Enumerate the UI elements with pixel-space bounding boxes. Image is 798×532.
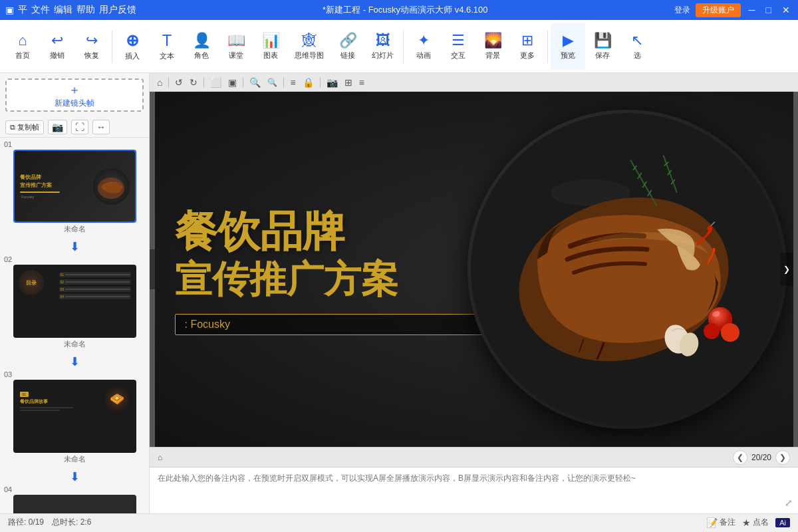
tool-text[interactable]: T 文本 bbox=[150, 23, 184, 70]
new-frame-button[interactable]: ＋ 新建镜头帧 bbox=[5, 78, 144, 112]
status-bar: 路径: 0/19 总时长: 2:6 📝 备注 ★ 点名 Ai bbox=[0, 513, 798, 531]
tool-role[interactable]: 👤 角色 bbox=[184, 23, 219, 70]
tool-interact[interactable]: ☰ 交互 bbox=[441, 23, 475, 70]
canvas-sep-1 bbox=[168, 77, 169, 88]
slide-connector-3: ⬇ bbox=[3, 469, 146, 484]
tool-animation[interactable]: ✦ 动画 bbox=[406, 23, 441, 70]
canvas-zoom-out-icon[interactable]: 🔍 bbox=[265, 76, 279, 88]
camera-button[interactable]: 📷 bbox=[48, 120, 67, 134]
ai-badge[interactable]: Ai bbox=[775, 518, 790, 527]
tool-class[interactable]: 📖 课堂 bbox=[219, 23, 253, 70]
slide-thumb-1[interactable]: 餐饮品牌宣传推广方案 : Focusky bbox=[13, 150, 136, 223]
canvas-bottom: ⌂ ❮ 20/20 ❯ bbox=[150, 447, 798, 467]
tool-bg[interactable]: 🌄 背景 bbox=[475, 23, 510, 70]
tool-save[interactable]: 💾 保存 bbox=[585, 23, 620, 70]
notes-button[interactable]: 📝 备注 bbox=[706, 517, 735, 528]
path-info: 路径: 0/19 bbox=[8, 517, 44, 528]
canvas-more-icon[interactable]: ≡ bbox=[357, 76, 366, 89]
close-button[interactable]: ✕ bbox=[779, 5, 793, 15]
interact-label: 交互 bbox=[451, 51, 466, 61]
tool-redo[interactable]: ↪ 恢复 bbox=[74, 23, 109, 70]
tool-chart[interactable]: 📊 图表 bbox=[253, 23, 288, 70]
points-button[interactable]: ★ 点名 bbox=[742, 517, 769, 528]
mindmap-label: 思维导图 bbox=[295, 51, 324, 61]
slide-connector-2: ⬇ bbox=[3, 354, 146, 369]
slide-thumb-4[interactable] bbox=[13, 495, 136, 513]
menu-ping[interactable]: 平 bbox=[18, 4, 27, 16]
menu-help[interactable]: 帮助 bbox=[76, 4, 95, 16]
canvas-sep-5 bbox=[320, 77, 321, 88]
home-icon: ⌂ bbox=[18, 32, 27, 49]
canvas-lock-icon[interactable]: 🔒 bbox=[301, 76, 316, 89]
canvas-rotate-right-icon[interactable]: ↻ bbox=[188, 76, 200, 89]
notes-icon: 📝 bbox=[706, 517, 718, 528]
menu-file[interactable]: 文件 bbox=[31, 4, 50, 16]
tool-mindmap[interactable]: 🕸 思维导图 bbox=[288, 23, 331, 70]
slide-thumb-2[interactable]: 目录 01 02 bbox=[13, 265, 136, 338]
canvas-grid-icon[interactable]: ⊞ bbox=[342, 76, 354, 89]
animation-icon: ✦ bbox=[418, 32, 430, 49]
menu-feedback[interactable]: 用户反馈 bbox=[99, 4, 136, 16]
redo-icon: ↪ bbox=[86, 32, 98, 49]
fullscreen-button[interactable]: ⛶ bbox=[71, 120, 88, 134]
home-label: 首页 bbox=[15, 51, 30, 61]
next-page-button[interactable]: ❯ bbox=[775, 450, 790, 465]
canvas-frame-icon[interactable]: ⬜ bbox=[208, 76, 223, 89]
save-label: 保存 bbox=[595, 51, 610, 61]
class-icon: 📖 bbox=[227, 32, 245, 49]
slide-main-title: 餐饮品牌 bbox=[175, 203, 493, 256]
more-icon: ⊞ bbox=[521, 32, 533, 49]
prev-page-button[interactable]: ❮ bbox=[733, 450, 747, 465]
text-label: 文本 bbox=[160, 51, 174, 61]
canvas-main[interactable]: ❮ 餐饮品牌 宣传推广方案 : Focusky bbox=[150, 92, 798, 447]
slide-right-handle[interactable]: ❯ bbox=[780, 253, 793, 286]
page-number: 20/20 bbox=[751, 453, 771, 462]
new-frame-label: 新建镜头帧 bbox=[55, 98, 94, 109]
tool-undo[interactable]: ↩ 撤销 bbox=[40, 23, 74, 70]
tool-link[interactable]: 🔗 链接 bbox=[331, 23, 365, 70]
tool-home[interactable]: ⌂ 首页 bbox=[5, 23, 40, 70]
maximize-button[interactable]: □ bbox=[763, 5, 774, 15]
svg-point-21 bbox=[704, 323, 720, 339]
role-icon: 👤 bbox=[193, 32, 211, 49]
slide-text-overlay: 餐饮品牌 宣传推广方案 : Focusky bbox=[155, 92, 506, 447]
slide-name-3: 未命名 bbox=[3, 454, 146, 464]
tool-slide[interactable]: 🖼 幻灯片 bbox=[365, 23, 400, 70]
toolbar-separator-2 bbox=[403, 30, 404, 63]
canvas-zoom-in-icon[interactable]: 🔍 bbox=[247, 76, 263, 89]
menu-edit[interactable]: 编辑 bbox=[54, 4, 72, 16]
tool-insert[interactable]: ⊕ 插入 bbox=[115, 23, 150, 70]
points-btn-label: 点名 bbox=[753, 517, 769, 528]
fit-button[interactable]: ↔ bbox=[92, 120, 110, 134]
canvas-home-icon[interactable]: ⌂ bbox=[155, 76, 164, 89]
tool-more[interactable]: ⊞ 更多 bbox=[510, 23, 545, 70]
connector-arrow-1: ⬇ bbox=[70, 239, 80, 254]
tool-preview[interactable]: ▶ 预览 bbox=[551, 23, 585, 70]
brand-text: : Focusky bbox=[185, 319, 230, 330]
canvas-area: ⌂ ↺ ↻ ⬜ ▣ 🔍 🔍 ≡ 🔒 📷 ⊞ ≡ ❮ bbox=[150, 73, 798, 513]
canvas-align-icon[interactable]: ≡ bbox=[288, 76, 297, 89]
steak-svg bbox=[471, 113, 783, 426]
tool-select[interactable]: ↖ 选 bbox=[620, 23, 654, 70]
upgrade-button[interactable]: 升级账户 bbox=[696, 3, 741, 17]
slide-item-4: 04 bbox=[3, 485, 146, 513]
canvas-rotate-left-icon[interactable]: ↺ bbox=[173, 76, 185, 89]
select-label: 选 bbox=[634, 51, 641, 61]
app-icon: ▣ bbox=[5, 5, 14, 15]
canvas-frame2-icon[interactable]: ▣ bbox=[226, 76, 239, 89]
expand-notes-icon[interactable]: ⤢ bbox=[785, 497, 793, 508]
save-icon: 💾 bbox=[594, 32, 612, 49]
slide-thumb-3[interactable]: 01 餐饮品牌故事 🧇 bbox=[13, 380, 136, 453]
undo-icon: ↩ bbox=[51, 32, 63, 49]
role-label: 角色 bbox=[194, 51, 209, 61]
notes-textarea[interactable] bbox=[158, 473, 790, 508]
preview-label: 预览 bbox=[561, 51, 575, 61]
copy-frame-button[interactable]: ⧉ 复制帧 bbox=[5, 120, 44, 134]
insert-label: 插入 bbox=[125, 51, 140, 61]
slide-canvas: 餐饮品牌 宣传推广方案 : Focusky bbox=[155, 92, 793, 447]
login-button[interactable]: 登录 bbox=[674, 5, 690, 16]
canvas-home-btn[interactable]: ⌂ bbox=[158, 453, 162, 462]
minimize-button[interactable]: ─ bbox=[746, 5, 758, 15]
title-bar-right: 登录 升级账户 ─ □ ✕ bbox=[674, 3, 793, 17]
canvas-screenshot-icon[interactable]: 📷 bbox=[325, 76, 340, 89]
